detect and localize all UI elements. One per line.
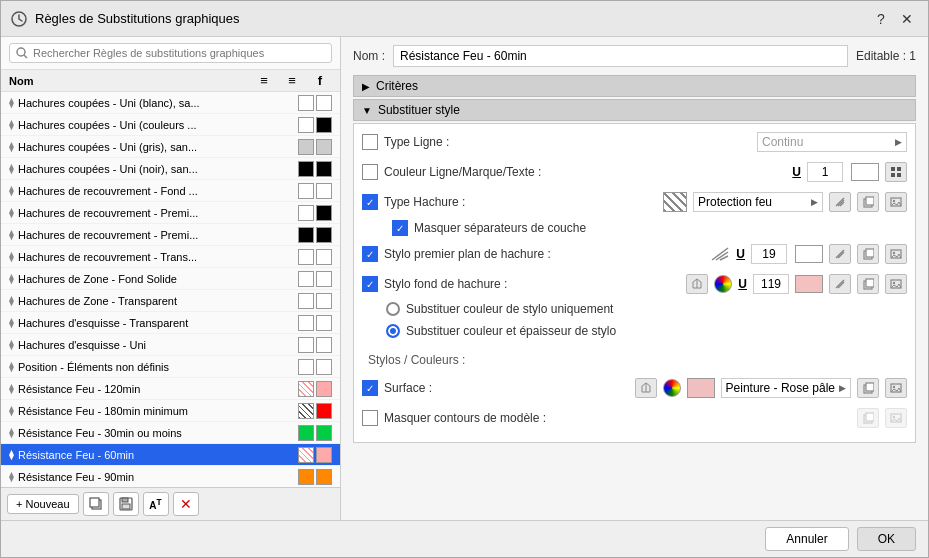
stylo-fond-swatch[interactable] bbox=[795, 275, 823, 293]
stylo-fond-btn3[interactable] bbox=[885, 274, 907, 294]
list-item[interactable]: ⧫ Hachures coupées - Uni (blanc), sa... bbox=[1, 92, 340, 114]
bottom-toolbar: + Nouveau AT bbox=[1, 487, 340, 520]
hachure-btn3[interactable] bbox=[885, 192, 907, 212]
stylo-fond-label: Stylo fond de hachure : bbox=[384, 277, 507, 291]
delete-button[interactable]: ✕ bbox=[173, 492, 199, 516]
type-ligne-checkbox[interactable] bbox=[362, 134, 378, 150]
couleur-grid-btn[interactable] bbox=[885, 162, 907, 182]
hachure-image-icon bbox=[890, 196, 902, 208]
stylo-fond-checkbox[interactable] bbox=[362, 276, 378, 292]
list-item[interactable]: ⧫ Résistance Feu - 30min ou moins bbox=[1, 422, 340, 444]
stylo-premier-checkbox[interactable] bbox=[362, 246, 378, 262]
type-ligne-dropdown[interactable]: Continu ▶ bbox=[757, 132, 907, 152]
couleur-swatch[interactable] bbox=[851, 163, 879, 181]
search-icon bbox=[16, 47, 28, 59]
criteres-header[interactable]: ▶ Critères bbox=[353, 75, 916, 97]
svg-rect-25 bbox=[866, 249, 874, 257]
list-item[interactable]: ⧫ Hachures d'esquisse - Uni bbox=[1, 334, 340, 356]
ok-button[interactable]: OK bbox=[857, 527, 916, 551]
list-item[interactable]: ⧫ Hachures de recouvrement - Premi... bbox=[1, 224, 340, 246]
list-item-text: Hachures coupées - Uni (blanc), sa... bbox=[18, 97, 298, 109]
list-item[interactable]: ⧫ Position - Éléments non définis bbox=[1, 356, 340, 378]
list-item-text: Hachures coupées - Uni (couleurs ... bbox=[18, 119, 298, 131]
save-button[interactable] bbox=[113, 492, 139, 516]
new-button[interactable]: + Nouveau bbox=[7, 494, 79, 514]
list-item[interactable]: ⧫ Hachures de Zone - Fond Solide bbox=[1, 268, 340, 290]
list-item[interactable]: ⧫ Hachures coupées - Uni (couleurs ... bbox=[1, 114, 340, 136]
search-input[interactable] bbox=[33, 47, 325, 59]
svg-point-39 bbox=[893, 386, 895, 388]
col-icon-4[interactable]: f bbox=[312, 73, 328, 88]
masquer-sep-checkbox[interactable] bbox=[392, 220, 408, 236]
surface-color-circle[interactable] bbox=[663, 379, 681, 397]
name-value[interactable]: Résistance Feu - 60min bbox=[393, 45, 848, 67]
hachure-btn2[interactable] bbox=[857, 192, 879, 212]
stylo-fond-num[interactable]: 119 bbox=[753, 274, 789, 294]
search-input-wrap[interactable] bbox=[9, 43, 332, 63]
list-item[interactable]: ⧫ Résistance Feu - 180min minimum bbox=[1, 400, 340, 422]
cancel-button[interactable]: Annuler bbox=[765, 527, 848, 551]
col-icon-2[interactable]: ≡ bbox=[256, 73, 272, 88]
list-item[interactable]: ⧫ Hachures d'esquisse - Transparent bbox=[1, 312, 340, 334]
list-item[interactable]: ⧫ Hachures de recouvrement - Premi... bbox=[1, 202, 340, 224]
substituer-header[interactable]: ▼ Substituer style bbox=[353, 99, 916, 121]
stylo-fond-icon1[interactable] bbox=[686, 274, 708, 294]
type-hachure-dropdown[interactable]: Protection feu ▶ bbox=[693, 192, 823, 212]
col-icon-3[interactable]: ≡ bbox=[284, 73, 300, 88]
type-hachure-checkbox[interactable] bbox=[362, 194, 378, 210]
couleur-ligne-checkbox[interactable] bbox=[362, 164, 378, 180]
radio-color-only[interactable] bbox=[386, 302, 400, 316]
dialog-footer: Annuler OK bbox=[1, 520, 928, 557]
surface-checkbox[interactable] bbox=[362, 380, 378, 396]
radio-color-width[interactable] bbox=[386, 324, 400, 338]
swatch-2 bbox=[316, 139, 332, 155]
list-item-text: Résistance Feu - 60min bbox=[18, 449, 298, 461]
list-item-swatches bbox=[298, 271, 332, 287]
masquer-sep-label: Masquer séparateurs de couche bbox=[414, 221, 586, 235]
stylo-fond-btn2[interactable] bbox=[857, 274, 879, 294]
stylo-premier-btn3[interactable] bbox=[885, 244, 907, 264]
list-item-swatches bbox=[298, 227, 332, 243]
sp-edit-icon bbox=[834, 248, 846, 260]
list-item-arrow: ⧫ bbox=[9, 185, 14, 196]
grid-icon bbox=[890, 166, 902, 178]
stylo-premier-num[interactable]: 19 bbox=[751, 244, 787, 264]
list-scroll[interactable]: ⧫ Hachures coupées - Uni (blanc), sa... … bbox=[1, 92, 340, 487]
list-item[interactable]: ⧫ Hachures de recouvrement - Trans... bbox=[1, 246, 340, 268]
couleur-num[interactable]: 1 bbox=[807, 162, 843, 182]
type-ligne-dropdown-arrow: ▶ bbox=[895, 137, 902, 147]
list-item[interactable]: ⧫ Hachures coupées - Uni (noir), san... bbox=[1, 158, 340, 180]
list-item[interactable]: ⧫ Résistance Feu - 120min bbox=[1, 378, 340, 400]
list-item[interactable]: ⧫ Résistance Feu - 90min bbox=[1, 466, 340, 487]
duplicate-button[interactable] bbox=[83, 492, 109, 516]
list-item[interactable]: ⧫ Résistance Feu - 60min bbox=[1, 444, 340, 466]
font-button[interactable]: AT bbox=[143, 492, 169, 516]
sf-img-icon bbox=[890, 278, 902, 290]
name-row: Nom : Résistance Feu - 60min Editable : … bbox=[353, 45, 916, 67]
radio-row-2: Substituer couleur et épaisseur de stylo bbox=[386, 324, 616, 338]
list-item[interactable]: ⧫ Hachures de Zone - Transparent bbox=[1, 290, 340, 312]
list-item-swatches bbox=[298, 139, 332, 155]
surface-copy-btn[interactable] bbox=[857, 378, 879, 398]
surface-img-btn[interactable] bbox=[885, 378, 907, 398]
close-button[interactable]: ✕ bbox=[896, 8, 918, 30]
list-item-text: Hachures coupées - Uni (noir), san... bbox=[18, 163, 298, 175]
list-item-arrow: ⧫ bbox=[9, 229, 14, 240]
swatch-2 bbox=[316, 271, 332, 287]
list-item[interactable]: ⧫ Hachures coupées - Uni (gris), san... bbox=[1, 136, 340, 158]
hachure-btn1[interactable] bbox=[829, 192, 851, 212]
masquer-contours-checkbox[interactable] bbox=[362, 410, 378, 426]
list-item-arrow: ⧫ bbox=[9, 471, 14, 482]
help-button[interactable]: ? bbox=[870, 8, 892, 30]
surface-btn1[interactable] bbox=[635, 378, 657, 398]
stylo-premier-btn2[interactable] bbox=[857, 244, 879, 264]
list-item[interactable]: ⧫ Hachures de recouvrement - Fond ... bbox=[1, 180, 340, 202]
svg-rect-4 bbox=[90, 498, 99, 507]
stylo-premier-swatch[interactable] bbox=[795, 245, 823, 263]
stylo-fond-btn1[interactable] bbox=[829, 274, 851, 294]
surface-dropdown[interactable]: Peinture - Rose pâle ▶ bbox=[721, 378, 851, 398]
type-ligne-value: Continu bbox=[762, 135, 891, 149]
stylo-fond-color-circle[interactable] bbox=[714, 275, 732, 293]
stylo-premier-btn1[interactable] bbox=[829, 244, 851, 264]
swatch-1 bbox=[298, 227, 314, 243]
